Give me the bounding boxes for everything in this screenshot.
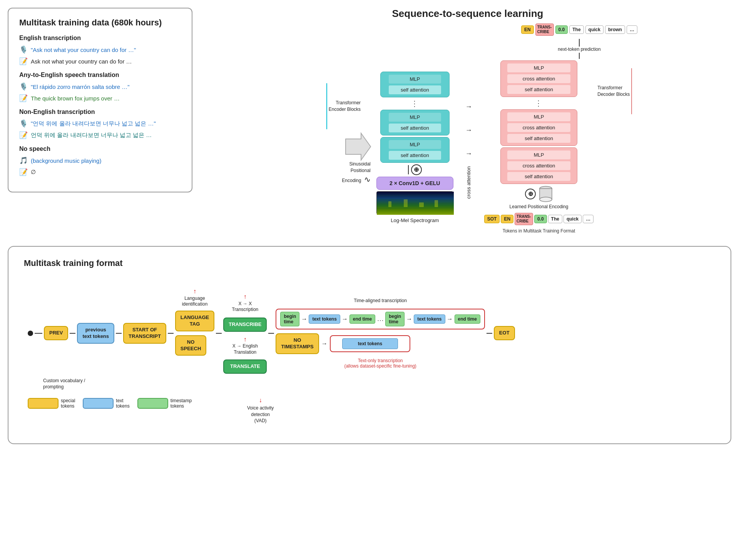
legend-special-label: special tokens xyxy=(61,398,75,409)
decoder-plus-row: ⊕ xyxy=(525,186,553,202)
multitask-training-box: Multitask training data (680k hours) Eng… xyxy=(8,8,192,192)
input-token-the: The xyxy=(548,215,562,223)
seq2seq-title: Sequence-to-sequence learning xyxy=(392,8,543,20)
nospeech-audio-item: 🎵 (background music playing) xyxy=(19,156,181,165)
input-token-quick: quick xyxy=(563,215,582,223)
main-flow-row: PREV previous text tokens START OF TRANS… xyxy=(28,293,711,374)
main-container: Multitask training data (680k hours) Eng… xyxy=(8,8,731,444)
decoder-block-1: MLP cross attention self attention xyxy=(500,147,577,184)
encoder-block-3: MLP self attention xyxy=(380,72,450,97)
top-section: Multitask training data (680k hours) Eng… xyxy=(8,8,731,234)
korean-audio-text: "언덕 위에 올라 내려다보면 너무나 넓고 넓은 …" xyxy=(31,120,156,127)
section-heading-translation: Any-to-English speech translation xyxy=(19,72,181,79)
plus-row: ⊕ xyxy=(408,164,422,175)
nospeech-text-item: 📝 ∅ xyxy=(19,168,181,176)
encoder-selfattn-2: self attention xyxy=(388,123,441,133)
plus-circle: ⊕ xyxy=(411,164,422,175)
encoder-brace xyxy=(326,83,327,129)
svg-marker-0 xyxy=(346,133,371,160)
translation-transcript-text: The quick brown fox jumps over … xyxy=(31,95,120,102)
sinusoidal-label: Sinusoidal Positional Encoding ∿ xyxy=(321,161,371,185)
transcribe-node: TRANSCRIBE xyxy=(223,318,267,332)
svg-rect-8 xyxy=(419,202,424,207)
begin-time-2: begintime xyxy=(385,312,405,326)
legend-timestamp: timestamp tokens xyxy=(137,398,192,409)
pencil-icon-1: 📝 xyxy=(19,57,28,65)
input-tokens-row: SOT EN TRANS-CRIBE 0.0 The quick … xyxy=(484,213,594,225)
nospeech-transcript-text: ∅ xyxy=(31,169,36,176)
legend-timestamp-box xyxy=(137,398,168,409)
decoder-selfattn-3: self attention xyxy=(507,85,571,94)
encoder-mlp-2: MLP xyxy=(388,112,441,122)
cross-attn-arrows: → → → xyxy=(465,95,472,165)
decoder-block-2: MLP cross attention self attention xyxy=(500,109,577,146)
encoder-block-1: MLP self attention xyxy=(380,137,450,163)
decoder-label: Transformer Decoder Blocks xyxy=(597,68,651,114)
vad-label: ↓ Voice activity detection (VAD) xyxy=(247,396,274,424)
pencil-icon-2: 📝 xyxy=(19,94,28,102)
big-right-arrow xyxy=(342,131,373,163)
decoder-mlp-2: MLP xyxy=(507,112,571,122)
input-token-00: 0.0 xyxy=(534,215,547,223)
text-only-label: Text-only transcription (allows dataset-… xyxy=(276,358,485,369)
spectrogram-label: Log-Mel Spectrogram xyxy=(391,217,439,223)
encoder-block-2: MLP self attention xyxy=(380,110,450,135)
svg-point-12 xyxy=(540,197,552,202)
learned-pos-label: Learned Positional Encoding xyxy=(510,204,568,210)
input-token-ellipsis: … xyxy=(583,215,594,223)
time-aligned-row: begintime → text tokens → end time … beg… xyxy=(276,309,485,329)
next-token-label: next-token prediction xyxy=(558,39,600,59)
tokens-label: Tokens in Multitask Training Format xyxy=(503,228,575,234)
spectrogram xyxy=(376,191,453,214)
time-aligned-label-top: Time-aligned transcription xyxy=(276,298,485,303)
output-token-brown: brown xyxy=(605,25,625,34)
legend-special: special tokens xyxy=(28,398,75,409)
output-token-en: EN xyxy=(521,25,534,34)
text-tokens-1: text tokens xyxy=(309,314,340,324)
legend-text-box xyxy=(83,398,114,409)
section-heading-english: English transcription xyxy=(19,35,181,42)
encoder-mlp-1: MLP xyxy=(388,140,441,149)
mic-icon-2: 🎙️ xyxy=(19,82,28,91)
eot-node: EOT xyxy=(494,326,515,340)
music-icon: 🎵 xyxy=(19,156,28,165)
encoder-selfattn-1: self attention xyxy=(388,150,441,160)
translation-audio-item: 🎙️ "El rápido zorro marrón salta sobre …… xyxy=(19,82,181,91)
section-heading-nospeech: No speech xyxy=(19,145,181,152)
custom-vocab-label: Custom vocabulary / prompting xyxy=(43,378,711,391)
svg-rect-7 xyxy=(404,199,408,207)
end-time-2: end time xyxy=(455,314,480,324)
decoder-selfattn-2: self attention xyxy=(507,134,571,143)
legend-timestamp-label: timestamp tokens xyxy=(171,398,192,409)
line-1 xyxy=(35,333,42,334)
mic-icon-3: 🎙️ xyxy=(19,119,28,128)
input-token-transcribe: TRANS-CRIBE xyxy=(515,213,533,225)
encoder-section: Transformer Encoder Blocks MLP self atte… xyxy=(376,72,453,223)
no-timestamps-row: NO TIMESTAMPS → text tokens xyxy=(276,333,485,354)
korean-transcript-text: 언덕 위에 올라 내려다보면 너무나 넓고 넓은 … xyxy=(31,132,152,139)
nospeech-audio-text: (background music playing) xyxy=(31,157,101,164)
english-audio-text: "Ask not what your country can do for …" xyxy=(31,47,136,53)
no-timestamps-node: NO TIMESTAMPS xyxy=(276,333,319,354)
legend-text: text tokens xyxy=(83,398,129,409)
mic-icon-1: 🎙️ xyxy=(19,45,28,54)
line-5 xyxy=(216,333,222,334)
output-token-quick: quick xyxy=(585,25,604,34)
arrow-up-2 xyxy=(579,53,580,59)
prev-text-node: previous text tokens xyxy=(77,323,114,344)
pencil-icon-3: 📝 xyxy=(19,131,28,139)
next-token-text: next-token prediction xyxy=(558,47,600,53)
sinusoidal-line xyxy=(408,165,409,174)
line-6 xyxy=(268,333,274,334)
begin-time-1: begintime xyxy=(280,312,299,326)
decoder-crossattn-1: cross attention xyxy=(507,161,571,171)
korean-text-item: 📝 언덕 위에 올라 내려다보면 너무나 넓고 넓은 … xyxy=(19,131,181,139)
output-token-ellipsis: … xyxy=(627,25,637,34)
encoder-mlp-3: MLP xyxy=(388,74,441,84)
start-dot xyxy=(28,331,33,336)
main-diagram-row: Transformer Encoder Blocks MLP self atte… xyxy=(342,60,594,234)
korean-audio-item: 🎙️ "언덕 위에 올라 내려다보면 너무나 넓고 넓은 …" xyxy=(19,119,181,128)
decoder-block-3: MLP cross attention self attention xyxy=(500,60,577,97)
legend-row: special tokens text tokens timestamp tok… xyxy=(28,398,711,409)
translation-text-item: 📝 The quick brown fox jumps over … xyxy=(19,94,181,102)
